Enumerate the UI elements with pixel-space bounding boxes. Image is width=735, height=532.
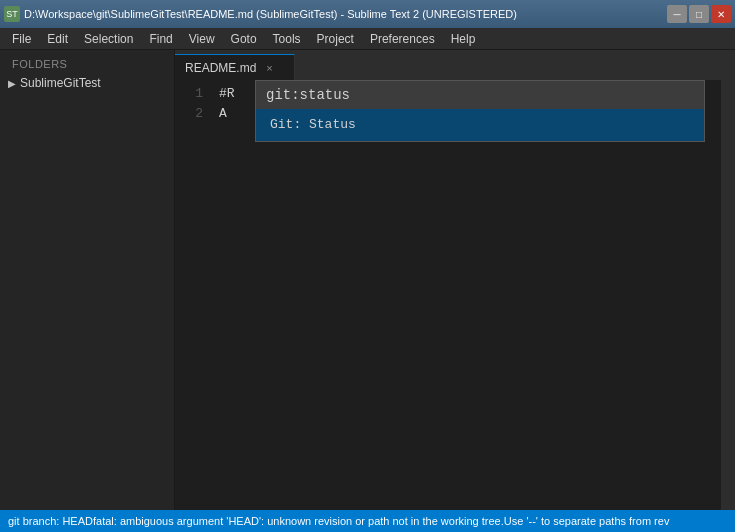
- menu-project[interactable]: Project: [309, 28, 362, 50]
- tab-readme[interactable]: README.md ×: [175, 54, 295, 80]
- title-text: D:\Workspace\git\SublimeGitTest\README.m…: [24, 8, 517, 20]
- command-overlay: Git: Status: [211, 80, 721, 510]
- sidebar-folders-header: FOLDERS: [0, 50, 174, 74]
- minimize-button[interactable]: ─: [667, 5, 687, 23]
- menu-file[interactable]: File: [4, 28, 39, 50]
- title-bar-left: ST D:\Workspace\git\SublimeGitTest\READM…: [4, 6, 517, 22]
- sidebar-item-sublimegittest[interactable]: ▶ SublimeGitTest: [0, 74, 174, 92]
- app-icon: ST: [4, 6, 20, 22]
- editor-content: 1 2 #R A Git: Status: [175, 80, 735, 510]
- close-button[interactable]: ✕: [711, 5, 731, 23]
- menu-preferences[interactable]: Preferences: [362, 28, 443, 50]
- sidebar: FOLDERS ▶ SublimeGitTest: [0, 50, 175, 510]
- menu-view[interactable]: View: [181, 28, 223, 50]
- menu-find[interactable]: Find: [141, 28, 180, 50]
- line-numbers: 1 2: [175, 80, 211, 510]
- folder-expand-arrow: ▶: [8, 78, 16, 89]
- window-controls: ─ □ ✕: [667, 5, 731, 23]
- tab-bar: README.md ×: [175, 50, 735, 80]
- menu-edit[interactable]: Edit: [39, 28, 76, 50]
- title-bar: ST D:\Workspace\git\SublimeGitTest\READM…: [0, 0, 735, 28]
- menu-bar: File Edit Selection Find View Goto Tools…: [0, 28, 735, 50]
- editor-area: README.md × 1 2 #R A Git: Status: [175, 50, 735, 510]
- autocomplete-item-label: Git: Status: [270, 117, 356, 132]
- code-area[interactable]: #R A Git: Status: [211, 80, 721, 510]
- scrollbar[interactable]: [721, 80, 735, 510]
- menu-tools[interactable]: Tools: [265, 28, 309, 50]
- autocomplete-input[interactable]: [256, 81, 704, 109]
- status-text: git branch: HEADfatal: ambiguous argumen…: [8, 515, 669, 527]
- menu-help[interactable]: Help: [443, 28, 484, 50]
- line-number-2: 2: [183, 104, 203, 124]
- folder-name: SublimeGitTest: [20, 76, 101, 90]
- app-icon-text: ST: [6, 9, 18, 19]
- tab-close-button[interactable]: ×: [262, 61, 276, 75]
- tab-label: README.md: [185, 61, 256, 75]
- line-number-1: 1: [183, 84, 203, 104]
- maximize-button[interactable]: □: [689, 5, 709, 23]
- menu-goto[interactable]: Goto: [223, 28, 265, 50]
- main-area: FOLDERS ▶ SublimeGitTest README.md × 1 2…: [0, 50, 735, 510]
- menu-selection[interactable]: Selection: [76, 28, 141, 50]
- status-bar: git branch: HEADfatal: ambiguous argumen…: [0, 510, 735, 532]
- autocomplete-item-git-status[interactable]: Git: Status: [256, 109, 704, 141]
- autocomplete-panel: Git: Status: [255, 80, 705, 142]
